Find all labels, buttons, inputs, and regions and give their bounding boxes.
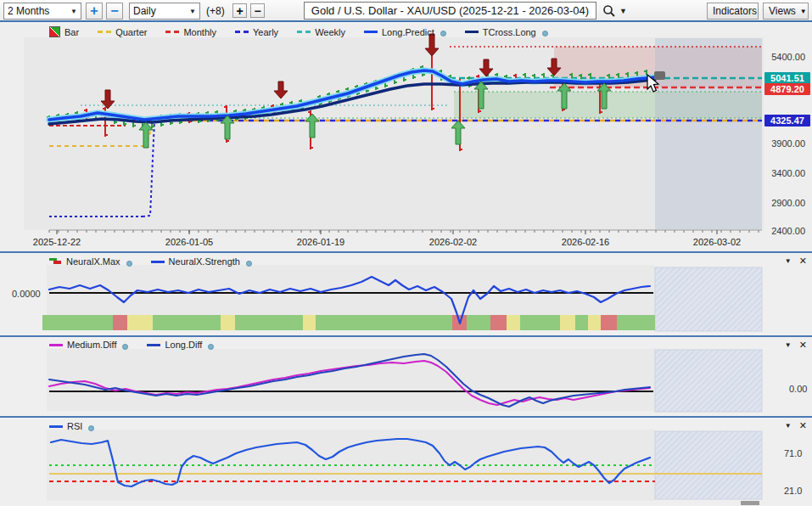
neuralx-max-segment (221, 315, 235, 330)
price-badge: 4879.20 (764, 83, 810, 95)
range-increase-button[interactable]: + (86, 3, 103, 20)
symbol-title[interactable]: Gold / U.S. Dollar - XAU/USD (2025-12-21… (304, 2, 596, 20)
legend-label: NeuralX.Max (66, 256, 120, 267)
range-select[interactable]: 2 Months ▼ (3, 3, 81, 20)
legend-label: Yearly (253, 27, 278, 37)
future-area (655, 431, 762, 499)
legend-item-neuralx-max[interactable]: NeuralX.Max (49, 256, 132, 267)
neuralx-max-segment (303, 315, 316, 330)
y-axis-tick: 5400.00 (771, 52, 805, 62)
line-swatch-icon (465, 31, 479, 33)
shaded-band (655, 38, 762, 229)
scrollbar-fragment[interactable] (741, 501, 759, 505)
panel-axis-label: 0.0000 (12, 289, 41, 299)
price-chart-panel[interactable]: BarQuarterMonthlyYearlyWeeklyLong.Predic… (0, 24, 812, 251)
plot-background (47, 349, 655, 411)
dash-swatch-icon (98, 31, 111, 33)
legend-label: TCross.Long (483, 27, 536, 37)
legend: Medium.DiffLong.Diff (49, 340, 214, 350)
line-swatch-icon (147, 344, 160, 346)
indicator-settings-dot[interactable] (208, 344, 214, 350)
chevron-down-icon[interactable]: ▼ (619, 7, 627, 15)
interval-select-value: Daily (133, 5, 156, 17)
price-badge: 5041.51 (764, 72, 810, 84)
legend-label: Long.Diff (165, 340, 202, 350)
indicators-button[interactable]: Indicators ▼ (707, 3, 759, 20)
future-area (655, 350, 762, 412)
neuralx-max-segment (601, 315, 617, 330)
drag-handle[interactable] (654, 71, 665, 80)
legend-label: Monthly (183, 27, 216, 37)
interval-select[interactable]: Daily ▼ (129, 3, 200, 20)
neuralx-max-segment (507, 315, 520, 330)
neuralx-max-segment (127, 315, 153, 330)
collapse-panel-icon[interactable]: ▼ (785, 341, 792, 352)
y-axis-tick: 3400.00 (771, 168, 805, 178)
neuralx-max-segment (588, 315, 601, 330)
legend-item-tcross-long[interactable]: TCross.Long (465, 27, 548, 37)
rsi-panel[interactable]: RSI▼✕71.021.0 (0, 418, 812, 506)
legend-label: Weekly (315, 27, 345, 37)
legend-label: Medium.Diff (67, 340, 116, 350)
legend: RSI (49, 421, 94, 431)
indicator-settings-dot[interactable] (126, 261, 132, 267)
indicator-settings-dot[interactable] (246, 261, 252, 267)
line-swatch-icon (151, 261, 165, 263)
range-decrease-button[interactable]: − (106, 3, 123, 20)
bars-plus-button[interactable]: + (232, 3, 247, 18)
indicator-settings-dot[interactable] (542, 31, 548, 37)
neuralx-panel[interactable]: NeuralX.MaxNeuralX.Strength▼✕0.0000 (0, 253, 812, 335)
collapse-panel-icon[interactable]: ▼ (785, 257, 792, 268)
neuralx-max-segment (520, 315, 560, 330)
diff-panel[interactable]: Medium.DiffLong.Diff▼✕0.00 (0, 337, 812, 416)
collapse-panel-icon[interactable]: ▼ (785, 422, 792, 433)
panel-axis-label: 21.0 (784, 486, 802, 496)
legend-item-long-diff[interactable]: Long.Diff (147, 340, 214, 350)
legend-label: Bar (64, 27, 79, 37)
legend-item-long-predict[interactable]: Long.Predict (364, 27, 446, 37)
indicator-settings-dot[interactable] (440, 31, 446, 37)
legend-item-neuralx-strength[interactable]: NeuralX.Strength (151, 256, 252, 267)
line-swatch-icon (49, 425, 63, 428)
legend-item-medium-diff[interactable]: Medium.Diff (49, 340, 128, 350)
legend-item-yearly[interactable]: Yearly (235, 27, 278, 37)
future-area (655, 267, 762, 331)
legend-item-quarter[interactable]: Quarter (98, 27, 147, 37)
y-axis-tick: 2900.00 (771, 198, 805, 208)
close-panel-icon[interactable]: ✕ (799, 256, 807, 267)
legend-item-monthly[interactable]: Monthly (165, 27, 216, 37)
neuralx-max-segment (490, 315, 507, 330)
close-panel-icon[interactable]: ✕ (799, 340, 807, 351)
panel-controls: ▼✕ (785, 340, 807, 351)
line-swatch-icon (364, 31, 378, 33)
panel-axis-label: 71.0 (784, 448, 802, 458)
legend-item-bar[interactable]: Bar (49, 26, 79, 37)
legend: BarQuarterMonthlyYearlyWeeklyLong.Predic… (49, 26, 548, 37)
indicator-settings-dot[interactable] (88, 425, 94, 431)
neuralx-max-segment (42, 315, 113, 330)
line-swatch-icon (49, 344, 63, 346)
search-icon[interactable] (602, 4, 616, 18)
symbol-search[interactable]: ▼ (602, 3, 627, 20)
neuralx-max-segment (316, 315, 452, 330)
price-badge: 4325.47 (764, 115, 810, 127)
panel-controls: ▼✕ (785, 420, 807, 431)
plot-background (47, 430, 655, 501)
legend-label: RSI (67, 421, 82, 431)
neuralx-max-segment (235, 315, 303, 330)
views-button[interactable]: Views ▼ (763, 3, 809, 20)
chevron-down-icon: ▼ (189, 8, 196, 15)
legend-item-rsi[interactable]: RSI (49, 421, 94, 431)
legend-label: NeuralX.Strength (169, 256, 240, 267)
close-panel-icon[interactable]: ✕ (799, 420, 807, 431)
bar-icon (49, 26, 60, 37)
neuralx-max-segment (153, 315, 221, 330)
chevron-down-icon: ▼ (70, 8, 77, 15)
legend-item-weekly[interactable]: Weekly (297, 27, 345, 37)
neuralx-max-segment (560, 315, 575, 330)
legend-label: Long.Predict (382, 27, 434, 37)
x-axis-label: 2025-12-22 (33, 237, 81, 247)
x-axis-label: 2026-03-02 (693, 237, 741, 247)
bars-minus-button[interactable]: − (250, 3, 265, 18)
indicator-settings-dot[interactable] (122, 344, 128, 350)
